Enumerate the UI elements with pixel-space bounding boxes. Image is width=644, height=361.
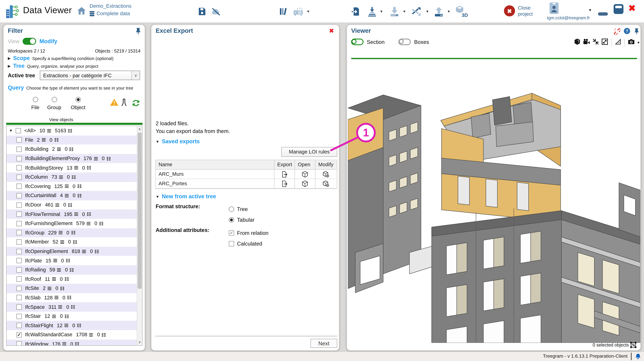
row-checkbox[interactable] — [16, 230, 22, 235]
tree-row[interactable]: IfcStair120 — [6, 312, 138, 321]
row-checkbox[interactable] — [16, 342, 22, 346]
window-maximize-button[interactable] — [614, 4, 623, 14]
viewer-pin-icon[interactable] — [634, 28, 640, 36]
saved-exports-label[interactable]: Saved exports — [162, 138, 200, 144]
radio-icon[interactable] — [229, 217, 234, 222]
home-icon[interactable] — [76, 6, 87, 18]
manage-loi-rules-button[interactable]: Manage LOI rules — [281, 147, 337, 157]
format-option-tabular[interactable]: Tabular — [229, 214, 254, 225]
unlink-icon[interactable] — [613, 28, 620, 36]
shuffle-icon[interactable] — [411, 5, 422, 18]
row-checkbox[interactable] — [16, 276, 22, 282]
download-caret[interactable]: ▾ — [404, 9, 406, 14]
query-radio-group[interactable]: Group — [45, 97, 63, 110]
row-checkbox[interactable] — [16, 304, 22, 310]
export-file-icon[interactable] — [274, 179, 295, 188]
tree-row[interactable]: IfcPlate150 — [6, 256, 138, 265]
radio-icon[interactable] — [76, 97, 81, 102]
chevron-down-icon[interactable]: ∨ — [132, 71, 140, 80]
pin-icon[interactable] — [135, 28, 141, 36]
breadcrumb-dataset[interactable]: Complete data — [90, 11, 130, 16]
tree-expand-caret[interactable]: ▶ — [8, 64, 10, 68]
query-radio-object[interactable]: Object — [69, 97, 87, 110]
modify-cube-icon[interactable] — [316, 170, 336, 179]
close-project-button[interactable]: ✖ — [504, 5, 515, 16]
tree-scrollbar[interactable]: ∧ ∨ — [137, 126, 142, 345]
modify-cube-icon[interactable] — [316, 179, 336, 188]
attribute-option-from-relation[interactable]: From relation — [229, 228, 268, 238]
tree-row[interactable]: IfcSite20 — [6, 284, 138, 293]
save-icon[interactable] — [196, 5, 208, 18]
expand-icon[interactable] — [601, 38, 608, 47]
radio-icon[interactable] — [52, 97, 57, 102]
scroll-down-icon[interactable]: ∨ — [137, 339, 142, 345]
window-minimize-button[interactable] — [598, 12, 608, 16]
row-checkbox[interactable] — [16, 212, 22, 217]
camera-caret[interactable]: ▾ — [638, 40, 640, 45]
row-checkbox[interactable] — [16, 323, 22, 328]
caret-down-icon[interactable]: ▼ — [9, 129, 16, 133]
import-file-icon[interactable] — [350, 5, 362, 18]
new-from-tree-label[interactable]: New from active tree — [162, 194, 216, 200]
row-checkbox[interactable] — [16, 240, 22, 245]
export-file-icon[interactable] — [274, 170, 295, 179]
row-checkbox[interactable] — [16, 248, 22, 254]
row-checkbox[interactable] — [16, 286, 22, 291]
open-cube-icon[interactable] — [295, 179, 316, 188]
apply-download-caret[interactable]: ▾ — [380, 9, 382, 14]
tree-row[interactable]: IfcGroup2290 — [6, 228, 138, 237]
apply-download-icon[interactable] — [366, 5, 378, 18]
row-checkbox[interactable] — [16, 295, 22, 300]
row-checkbox[interactable] — [16, 332, 22, 338]
tree-row[interactable]: IfcSpace3110 — [6, 302, 138, 312]
radio-icon[interactable] — [229, 206, 234, 212]
row-checkbox[interactable] — [16, 314, 22, 319]
row-checkbox[interactable] — [16, 165, 22, 170]
open-cube-icon[interactable] — [295, 170, 316, 179]
boxes-toggle[interactable] — [398, 39, 411, 45]
checkbox-icon[interactable] — [229, 230, 234, 236]
close-project-label[interactable]: Close project — [518, 5, 533, 17]
format-option-tree[interactable]: Tree — [229, 204, 254, 214]
measure-icon[interactable] — [614, 38, 622, 47]
row-checkbox[interactable] — [16, 137, 22, 142]
tree-row[interactable]: IfcCovering1250 — [6, 182, 138, 191]
view-modify-toggle[interactable] — [22, 38, 36, 45]
window-close-button[interactable]: ✖ — [628, 3, 636, 13]
collapse-icon[interactable] — [592, 38, 599, 47]
row-checkbox[interactable] — [16, 221, 22, 226]
help-icon[interactable]: ? — [624, 28, 630, 36]
row-checkbox[interactable] — [16, 258, 22, 263]
shuffle-caret[interactable]: ▾ — [426, 9, 428, 14]
upload-caret[interactable]: ▾ — [448, 9, 450, 14]
cube-icon[interactable] — [574, 38, 581, 47]
row-checkbox[interactable] — [16, 193, 22, 198]
section-toggle[interactable] — [351, 39, 364, 45]
library-icon[interactable] — [278, 5, 289, 18]
branch-icon[interactable] — [120, 98, 129, 107]
tree-row[interactable]: IfcFlowTerminal1950 — [6, 210, 138, 219]
tree-row[interactable]: IfcRailing590 — [6, 265, 138, 274]
active-tree-select[interactable]: Extractions - par catégorie IFC ∨ — [40, 71, 140, 80]
tree-row[interactable]: ▼<All>105163 — [6, 126, 138, 135]
selection-box-icon[interactable] — [630, 342, 637, 350]
tree-row[interactable]: IfcBuildingStorey130 — [6, 163, 138, 172]
row-checkbox[interactable] — [16, 174, 22, 180]
row-checkbox[interactable] — [16, 156, 22, 161]
scope-section-header[interactable]: ▶ Scope Specify a superfiltering conditi… — [8, 55, 114, 61]
projector-dropdown-caret[interactable]: ▾ — [307, 9, 309, 14]
tree-row[interactable]: IfcBuilding20 — [6, 144, 138, 154]
upload-icon[interactable] — [433, 5, 444, 18]
refresh-icon[interactable] — [131, 98, 141, 108]
cloud-off-icon[interactable] — [210, 5, 222, 18]
scroll-up-icon[interactable]: ∧ — [137, 126, 142, 132]
row-checkbox[interactable] — [16, 267, 22, 272]
user-email[interactable]: tgm.cclot@treegram.fr — [534, 15, 603, 20]
tree-row[interactable]: IfcMember520 — [6, 237, 138, 246]
tree-row[interactable]: IfcWindow1760 — [6, 340, 138, 346]
row-checkbox[interactable] — [16, 146, 22, 152]
tree-row[interactable]: IfcDoor4610 — [6, 200, 138, 210]
scroll-thumb[interactable] — [138, 132, 142, 288]
user-dropdown-caret[interactable]: ▾ — [589, 8, 591, 13]
tree-row[interactable]: IfcRoof110 — [6, 274, 138, 284]
